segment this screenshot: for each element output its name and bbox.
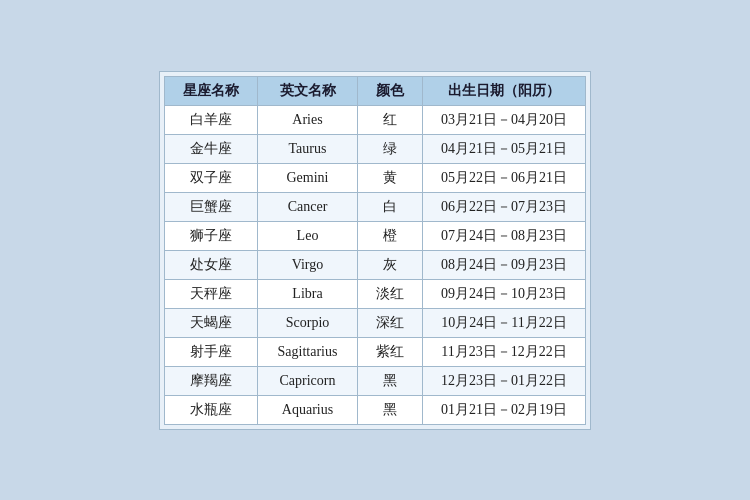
cell-color: 黑: [358, 395, 423, 424]
cell-zh: 狮子座: [165, 221, 258, 250]
cell-date: 06月22日－07月23日: [423, 192, 586, 221]
table-row: 白羊座Aries红03月21日－04月20日: [165, 105, 586, 134]
cell-color: 黄: [358, 163, 423, 192]
table-row: 天蝎座Scorpio深红10月24日－11月22日: [165, 308, 586, 337]
header-date: 出生日期（阳历）: [423, 76, 586, 105]
cell-date: 08月24日－09月23日: [423, 250, 586, 279]
zodiac-table: 星座名称 英文名称 颜色 出生日期（阳历） 白羊座Aries红03月21日－04…: [164, 76, 586, 425]
cell-color: 黑: [358, 366, 423, 395]
zodiac-table-container: 星座名称 英文名称 颜色 出生日期（阳历） 白羊座Aries红03月21日－04…: [159, 71, 591, 430]
cell-color: 绿: [358, 134, 423, 163]
cell-color: 灰: [358, 250, 423, 279]
cell-zh: 金牛座: [165, 134, 258, 163]
cell-color: 深红: [358, 308, 423, 337]
cell-color: 淡红: [358, 279, 423, 308]
cell-zh: 天秤座: [165, 279, 258, 308]
table-row: 狮子座Leo橙07月24日－08月23日: [165, 221, 586, 250]
table-row: 天秤座Libra淡红09月24日－10月23日: [165, 279, 586, 308]
table-row: 水瓶座Aquarius黑01月21日－02月19日: [165, 395, 586, 424]
cell-zh: 射手座: [165, 337, 258, 366]
cell-zh: 白羊座: [165, 105, 258, 134]
cell-en: Aquarius: [258, 395, 358, 424]
cell-date: 04月21日－05月21日: [423, 134, 586, 163]
cell-color: 白: [358, 192, 423, 221]
header-en: 英文名称: [258, 76, 358, 105]
cell-zh: 天蝎座: [165, 308, 258, 337]
cell-color: 橙: [358, 221, 423, 250]
cell-date: 03月21日－04月20日: [423, 105, 586, 134]
cell-color: 紫红: [358, 337, 423, 366]
header-color: 颜色: [358, 76, 423, 105]
cell-date: 10月24日－11月22日: [423, 308, 586, 337]
cell-date: 11月23日－12月22日: [423, 337, 586, 366]
cell-zh: 摩羯座: [165, 366, 258, 395]
cell-en: Scorpio: [258, 308, 358, 337]
cell-en: Libra: [258, 279, 358, 308]
cell-en: Capricorn: [258, 366, 358, 395]
table-row: 金牛座Taurus绿04月21日－05月21日: [165, 134, 586, 163]
cell-date: 07月24日－08月23日: [423, 221, 586, 250]
cell-color: 红: [358, 105, 423, 134]
cell-en: Cancer: [258, 192, 358, 221]
cell-date: 09月24日－10月23日: [423, 279, 586, 308]
cell-date: 12月23日－01月22日: [423, 366, 586, 395]
cell-date: 05月22日－06月21日: [423, 163, 586, 192]
table-row: 射手座Sagittarius紫红11月23日－12月22日: [165, 337, 586, 366]
table-header-row: 星座名称 英文名称 颜色 出生日期（阳历）: [165, 76, 586, 105]
table-row: 巨蟹座Cancer白06月22日－07月23日: [165, 192, 586, 221]
table-row: 处女座Virgo灰08月24日－09月23日: [165, 250, 586, 279]
cell-zh: 双子座: [165, 163, 258, 192]
cell-zh: 处女座: [165, 250, 258, 279]
cell-zh: 巨蟹座: [165, 192, 258, 221]
table-row: 双子座Gemini黄05月22日－06月21日: [165, 163, 586, 192]
cell-en: Sagittarius: [258, 337, 358, 366]
cell-en: Virgo: [258, 250, 358, 279]
cell-en: Leo: [258, 221, 358, 250]
cell-en: Aries: [258, 105, 358, 134]
table-row: 摩羯座Capricorn黑12月23日－01月22日: [165, 366, 586, 395]
table-body: 白羊座Aries红03月21日－04月20日金牛座Taurus绿04月21日－0…: [165, 105, 586, 424]
cell-zh: 水瓶座: [165, 395, 258, 424]
cell-en: Gemini: [258, 163, 358, 192]
cell-en: Taurus: [258, 134, 358, 163]
header-zh: 星座名称: [165, 76, 258, 105]
cell-date: 01月21日－02月19日: [423, 395, 586, 424]
